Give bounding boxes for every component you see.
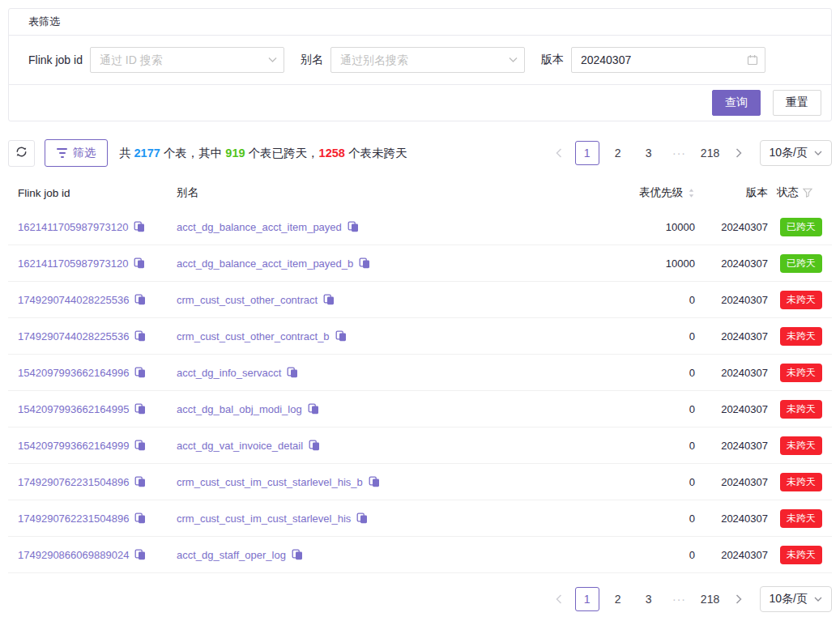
flink-job-id-link[interactable]: 1621411705987973120 [18,221,128,233]
status-badge: 未跨天 [780,400,822,419]
copy-icon[interactable] [292,549,303,560]
next-page-button[interactable] [729,587,748,611]
copy-icon[interactable] [356,513,368,524]
page-button-1[interactable]: 1 [575,587,599,611]
flink-job-id-link[interactable]: 1749290762231504896 [18,476,129,488]
flink-job-id-link[interactable]: 1542097993662164996 [18,367,129,379]
flink-job-id-link[interactable]: 1621411705987973120 [18,257,128,270]
copy-icon[interactable] [309,440,320,451]
copy-icon[interactable] [134,549,146,560]
version-value: 20240307 [695,440,768,452]
query-button[interactable]: 查询 [712,90,761,116]
flink-job-id-link[interactable]: 1749290744028225536 [18,294,129,306]
table-row: 1749290744028225536 crm_cust_cust_other_… [8,318,832,355]
flink-job-id-link[interactable]: 1749290762231504896 [18,513,129,525]
header-flink-job-id: Flink job id [18,187,177,199]
page-button-3[interactable]: 3 [637,587,661,611]
status-badge: 未跨天 [780,364,822,382]
alias-link[interactable]: acct_dg_bal_obj_modi_log [177,403,302,415]
page-size-value: 10条/页 [770,146,808,160]
copy-icon[interactable] [335,330,347,342]
alias-link[interactable]: acct_dg_vat_invoice_detail [177,440,303,452]
version-value: 20240307 [695,513,768,525]
table-row: 1621411705987973120 acct_dg_balance_acct… [8,245,832,282]
page-button-2[interactable]: 2 [606,587,630,611]
filter-actions: 查询 重置 [9,85,831,121]
status-badge: 未跨天 [780,546,822,564]
page-size-value: 10条/页 [770,592,808,606]
flink-job-id-link[interactable]: 1542097993662164999 [18,440,129,452]
summary-text: 共 [119,147,134,160]
chevron-down-icon [814,597,822,602]
refresh-button[interactable] [8,140,35,167]
page: 表筛选 Flink job id 别名 版本 [0,0,840,621]
copy-icon[interactable] [134,294,146,305]
copy-icon[interactable] [348,221,359,232]
funnel-filter-icon[interactable] [803,188,812,198]
version-value: 20240307 [695,257,768,270]
prev-page-button[interactable] [549,141,569,165]
copy-icon[interactable] [287,367,298,378]
copy-icon[interactable] [308,403,319,415]
version-value: 20240307 [695,403,768,415]
reset-button[interactable]: 重置 [773,90,821,116]
flink-job-id-link[interactable]: 1542097993662164995 [18,403,129,415]
page-size-select[interactable]: 10条/页 [760,586,832,612]
header-priority[interactable]: 表优先级 [606,185,695,200]
filter-card-title: 表筛选 [28,15,60,29]
copy-icon[interactable] [134,440,146,451]
copy-icon[interactable] [323,294,335,305]
summary-text: 个表已跨天， [245,147,319,160]
version-input[interactable] [571,47,765,73]
copy-icon[interactable] [134,257,145,269]
version-date-picker[interactable] [571,47,765,73]
alias-link[interactable]: acct_dg_staff_oper_log [177,549,286,561]
alias-link[interactable]: acct_dg_info_servacct [177,367,281,379]
priority-value: 0 [606,440,695,452]
alias-link[interactable]: crm_cust_cust_im_cust_starlevel_his [177,513,351,525]
priority-value: 10000 [606,257,695,270]
alias-link[interactable]: crm_cust_cust_other_contract_b [177,330,330,342]
copy-icon[interactable] [134,513,146,524]
priority-value: 0 [606,476,695,488]
flink-job-id-input[interactable] [90,47,284,73]
page-button-last[interactable]: 218 [698,587,723,611]
flink-job-id-link[interactable]: 1749290866069889024 [18,549,129,561]
copy-icon[interactable] [134,367,146,378]
table-row: 1542097993662164995 acct_dg_bal_obj_modi… [8,391,832,427]
copy-icon[interactable] [359,257,370,269]
flink-job-id-select[interactable] [90,47,284,73]
next-page-button[interactable] [729,141,748,165]
page-button-last[interactable]: 218 [698,141,723,165]
filter-toggle-button[interactable]: 筛选 [45,139,108,167]
page-size-select[interactable]: 10条/页 [760,140,832,166]
pagination-top: 1 2 3 ··· 218 10条/页 [549,140,832,166]
alias-link[interactable]: acct_dg_balance_acct_item_payed [177,221,342,233]
table-body: 1621411705987973120 acct_dg_balance_acct… [8,209,832,573]
status-badge: 已跨天 [780,218,822,236]
alias-link[interactable]: crm_cust_cust_im_cust_starlevel_his_b [177,476,363,488]
table-row: 1749290762231504896 crm_cust_cust_im_cus… [8,500,832,537]
table-row: 1542097993662164999 acct_dg_vat_invoice_… [8,427,832,464]
copy-icon[interactable] [134,476,146,487]
sorter-icon[interactable] [688,188,695,198]
copy-icon[interactable] [134,403,146,415]
page-button-3[interactable]: 3 [637,141,661,165]
header-alias: 别名 [177,185,606,200]
alias-link[interactable]: acct_dg_balance_acct_item_payed_b [177,257,353,270]
copy-icon[interactable] [369,476,380,487]
header-priority-label: 表优先级 [639,185,683,200]
alias-input[interactable] [330,47,525,73]
table-row: 1621411705987973120 acct_dg_balance_acct… [8,209,832,245]
prev-page-button[interactable] [549,587,569,611]
flink-job-id-link[interactable]: 1749290744028225536 [18,330,129,342]
copy-icon[interactable] [134,221,145,232]
filter-toggle-label: 筛选 [73,146,96,160]
alias-link[interactable]: crm_cust_cust_other_contract [177,294,318,306]
copy-icon[interactable] [134,330,146,342]
page-button-2[interactable]: 2 [606,141,630,165]
version-value: 20240307 [695,330,768,342]
priority-value: 0 [606,403,695,415]
alias-select[interactable] [330,47,525,73]
page-button-1[interactable]: 1 [575,141,599,165]
